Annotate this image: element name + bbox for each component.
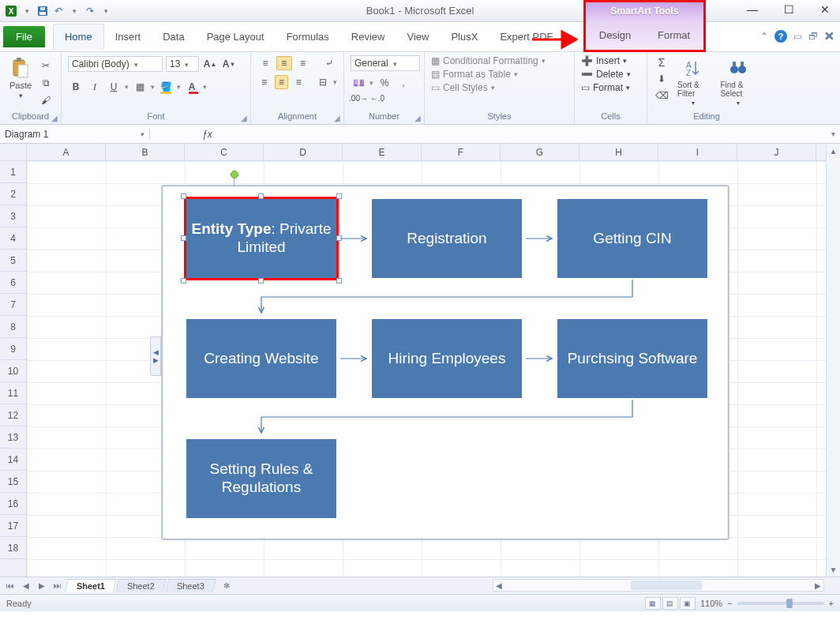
sheet-tab-1[interactable]: Sheet1 (65, 579, 117, 592)
row-header[interactable]: 5 (0, 250, 26, 272)
horizontal-scrollbar[interactable]: ◀ ▶ (493, 579, 824, 592)
rotate-handle-icon[interactable] (231, 171, 238, 178)
row-header[interactable]: 4 (0, 227, 26, 250)
italic-button[interactable]: I (87, 80, 103, 94)
formula-input[interactable] (219, 129, 840, 140)
clipboard-dialog-launcher[interactable]: ◢ (50, 113, 59, 122)
fill-color-button[interactable]: 🪣 (158, 80, 174, 94)
align-top-button[interactable]: ≡ (257, 56, 273, 70)
number-dialog-launcher[interactable]: ◢ (413, 113, 422, 122)
row-header[interactable]: 7 (0, 294, 26, 316)
align-bottom-button[interactable]: ≡ (295, 56, 311, 70)
copy-button[interactable]: ⧉ (38, 76, 54, 90)
smartart-node-getting-cin[interactable]: Getting CIN (557, 199, 707, 278)
view-page-break-button[interactable]: ▣ (680, 597, 696, 610)
tab-format[interactable]: Format (658, 29, 690, 41)
row-header[interactable]: 15 (0, 471, 26, 493)
tab-design[interactable]: Design (599, 29, 631, 41)
align-center-button[interactable]: ≡ (275, 75, 289, 89)
undo-icon[interactable]: ↶ (52, 5, 65, 17)
formula-expand-icon[interactable]: ▾ (831, 130, 835, 138)
row-header[interactable]: 11 (0, 382, 26, 404)
column-header[interactable]: C (185, 144, 264, 160)
increase-font-button[interactable]: A▲ (202, 57, 218, 71)
sheet-tab-3[interactable]: Sheet3 (165, 579, 216, 592)
smartart-node-purchasing-software[interactable]: Purchsing Software (557, 319, 707, 398)
font-dialog-launcher[interactable]: ◢ (239, 113, 249, 122)
tab-review[interactable]: Review (340, 24, 396, 49)
column-header[interactable]: A (27, 144, 106, 160)
maximize-button[interactable]: ☐ (778, 2, 799, 17)
column-header[interactable]: H (579, 144, 658, 160)
ribbon-minimize-icon[interactable]: ⌃ (760, 31, 768, 42)
help-icon[interactable]: ? (774, 30, 787, 43)
row-header[interactable]: 3 (0, 205, 26, 227)
scroll-left-icon[interactable]: ◀ (493, 580, 504, 591)
merge-button[interactable]: ⊟ (316, 75, 330, 89)
zoom-in-button[interactable]: + (829, 599, 834, 608)
accounting-format-button[interactable]: 💷 (351, 76, 366, 90)
redo-icon[interactable]: ↷ (84, 5, 96, 17)
autosum-button[interactable]: Σ (654, 55, 669, 70)
redo-dropdown-icon[interactable]: ▾ (99, 5, 112, 17)
percent-button[interactable]: % (377, 76, 392, 90)
tab-scroll-prev[interactable]: ◀ (19, 580, 33, 592)
window-close-icon[interactable]: 🗙 (824, 31, 834, 42)
smartart-node-entity-type[interactable]: Entity Type: Privarte Limited (186, 199, 336, 278)
undo-dropdown-icon[interactable]: ▾ (68, 5, 81, 17)
view-page-layout-button[interactable]: ▤ (662, 597, 678, 610)
wrap-text-button[interactable]: ⤶ (321, 56, 337, 70)
format-cells-button[interactable]: ▭Format▾ (581, 82, 640, 93)
row-header[interactable]: 13 (0, 426, 26, 449)
namebox-dropdown-icon[interactable]: ▾ (141, 130, 144, 138)
font-name-dropdown[interactable]: Calibri (Body) (68, 56, 163, 72)
paste-button[interactable]: Paste ▾ (6, 55, 35, 107)
bold-button[interactable]: B (68, 80, 84, 94)
row-header[interactable]: 10 (0, 360, 26, 382)
fx-icon[interactable]: ƒx (202, 129, 212, 140)
smartart-node-creating-website[interactable]: Creating Website (186, 319, 336, 398)
delete-cells-button[interactable]: ➖Delete▾ (581, 69, 640, 80)
format-painter-button[interactable]: 🖌 (38, 93, 54, 107)
scroll-thumb[interactable] (631, 581, 702, 590)
row-header[interactable]: 8 (0, 316, 26, 338)
align-right-button[interactable]: ≡ (291, 75, 306, 89)
tab-scroll-next[interactable]: ▶ (35, 580, 49, 592)
view-normal-button[interactable]: ▦ (645, 597, 661, 610)
border-button[interactable]: ▦ (132, 80, 148, 94)
save-icon[interactable] (36, 5, 49, 17)
smartart-canvas[interactable]: ◀▶ Entity Type: Privarte Limited Reg (161, 185, 729, 540)
new-sheet-button[interactable]: ✻ (219, 580, 234, 592)
font-size-dropdown[interactable]: 13 (166, 56, 199, 72)
increase-decimal-button[interactable]: .00→ (351, 91, 366, 105)
tab-data[interactable]: Data (152, 24, 195, 49)
decrease-font-button[interactable]: A▼ (221, 57, 237, 71)
decrease-decimal-button[interactable]: ←.0 (369, 91, 385, 105)
cut-button[interactable]: ✂ (38, 58, 54, 73)
minimize-button[interactable]: — (742, 2, 763, 17)
tab-plusx[interactable]: PlusX (440, 24, 489, 49)
row-header[interactable]: 2 (0, 183, 26, 205)
smartart-node-hiring-employees[interactable]: Hiring Employees (372, 319, 522, 398)
qat-dropdown-icon[interactable]: ▾ (21, 5, 33, 17)
find-select-button[interactable]: Find & Select▾ (717, 55, 759, 108)
column-header[interactable]: F (422, 144, 501, 160)
tab-file[interactable]: File (3, 26, 45, 47)
comma-button[interactable]: , (396, 76, 411, 90)
tab-view[interactable]: View (396, 24, 440, 49)
cell-styles-button[interactable]: ▭Cell Styles ▾ (431, 82, 568, 93)
sort-filter-button[interactable]: AZ Sort & Filter▾ (674, 55, 712, 108)
smartart-node-setting-rules[interactable]: Setting Rules & Regulations (186, 439, 336, 518)
select-all-corner[interactable] (0, 144, 27, 161)
row-header[interactable]: 17 (0, 515, 26, 537)
fill-button[interactable]: ⬇ (654, 72, 669, 86)
clear-button[interactable]: ⌫ (654, 88, 669, 103)
zoom-slider[interactable] (737, 602, 824, 605)
align-left-button[interactable]: ≡ (257, 75, 272, 89)
zoom-out-button[interactable]: − (727, 599, 732, 608)
conditional-formatting-button[interactable]: ▦Conditional Formatting ▾ (431, 55, 568, 66)
column-header[interactable]: G (501, 144, 579, 160)
tab-scroll-last[interactable]: ⏭ (51, 580, 65, 592)
number-format-dropdown[interactable]: General (351, 55, 420, 71)
zoom-level[interactable]: 110% (700, 599, 722, 608)
